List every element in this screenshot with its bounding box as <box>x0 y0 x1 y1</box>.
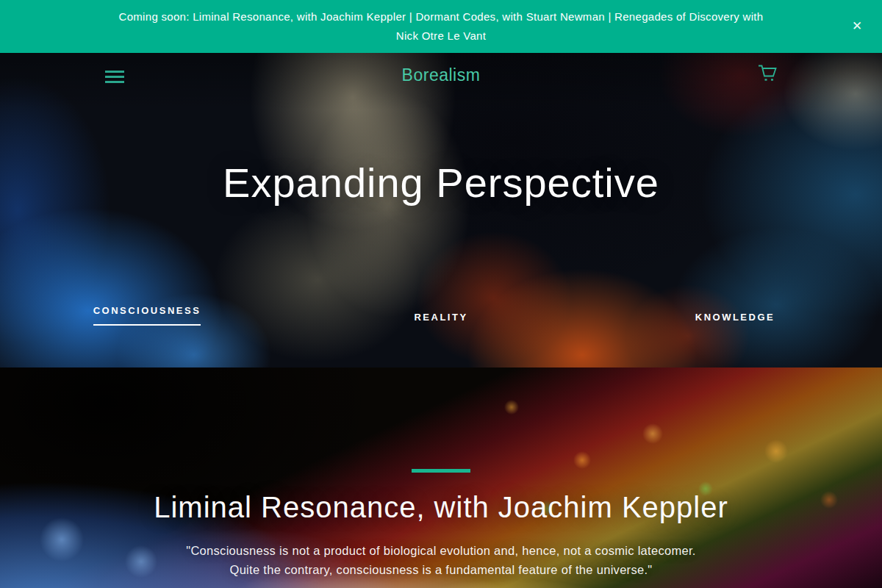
cart-icon[interactable] <box>756 62 779 87</box>
feature-quote-line-2: Quite the contrary, consciousness is a f… <box>0 560 882 579</box>
feature-quote-line-1: "Consciousness is not a product of biolo… <box>0 541 882 560</box>
hero-tab-cell: CONSCIOUSNESS <box>0 301 294 323</box>
hero-tab-consciousness[interactable]: CONSCIOUSNESS <box>93 306 201 326</box>
site-header: Borealism <box>0 53 882 100</box>
hero-slide-tabs: CONSCIOUSNESS REALITY KNOWLEDGE <box>0 301 882 323</box>
hero-tab-cell: KNOWLEDGE <box>588 310 882 323</box>
site-logo[interactable]: Borealism <box>0 65 882 85</box>
hero-tab-reality[interactable]: REALITY <box>414 312 467 323</box>
hero-tab-cell: REALITY <box>294 310 588 323</box>
announcement-text-line-1: Coming soon: Liminal Resonance, with Joa… <box>119 7 764 26</box>
announcement-bar: Coming soon: Liminal Resonance, with Joa… <box>0 0 882 53</box>
announcement-text-line-2: Nick Otre Le Vant <box>396 26 486 46</box>
hero-tab-knowledge[interactable]: KNOWLEDGE <box>695 312 775 323</box>
hero-title: Expanding Perspective <box>0 159 882 207</box>
feature-heading: Liminal Resonance, with Joachim Keppler <box>0 490 882 525</box>
hero-section: Borealism Expanding Perspective CONSCIOU… <box>0 53 882 368</box>
section-divider <box>412 469 470 473</box>
feature-quote: "Consciousness is not a product of biolo… <box>0 541 882 579</box>
close-icon[interactable]: ✕ <box>842 12 872 41</box>
feature-section: Liminal Resonance, with Joachim Keppler … <box>0 368 882 588</box>
